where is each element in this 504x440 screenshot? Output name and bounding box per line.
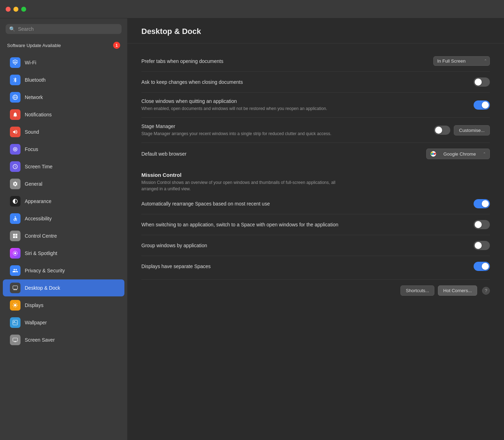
sidebar-item-desktopdock[interactable]: Desktop & Dock [3, 279, 124, 296]
browser-select[interactable]: Google Chrome⌃ [426, 149, 490, 159]
search-input[interactable] [18, 26, 118, 32]
sidebar-item-label-desktopdock: Desktop & Dock [25, 285, 60, 291]
sidebar-item-label-sound: Sound [25, 129, 39, 135]
close-button[interactable] [6, 7, 11, 12]
network-icon [10, 92, 20, 103]
siri-icon [10, 248, 20, 259]
sidebar-item-label-general: General [25, 181, 42, 187]
displays-icon [10, 300, 20, 311]
toggle-stage-manager[interactable] [434, 126, 450, 135]
setting-label-ask-keep-changes: Ask to keep changes when closing documen… [141, 79, 243, 85]
sidebar-item-screentime[interactable]: Screen Time [3, 158, 124, 175]
setting-label-stage-manager: Stage Manager [141, 123, 332, 129]
bluetooth-icon [10, 75, 20, 85]
setting-sublabel-stage-manager: Stage Manager arranges your recent windo… [141, 131, 332, 137]
mission-control-description: Mission Control shows an overview of you… [141, 179, 353, 192]
sidebar-item-siri[interactable]: Siri & Spotlight [3, 245, 124, 262]
sidebar-item-displays[interactable]: Displays [3, 297, 124, 314]
wallpaper-icon [10, 317, 20, 328]
privacy-icon [10, 265, 20, 276]
sidebar-item-label-accessibility: Accessibility [25, 216, 52, 221]
toggle-ask-keep-changes[interactable] [474, 77, 490, 87]
screensaver-icon [10, 335, 20, 345]
sidebar-item-label-network: Network [25, 94, 43, 100]
update-badge: 1 [113, 42, 120, 49]
mc-toggle-switch-space[interactable] [474, 220, 490, 229]
mc-setting-row-auto-rearrange: Automatically rearrange Spaces based on … [141, 193, 490, 214]
mc-toggle-auto-rearrange[interactable] [474, 199, 490, 208]
setting-row-prefer-tabs: Prefer tabs when opening documentsAlways… [141, 51, 490, 72]
svg-rect-10 [13, 286, 17, 289]
setting-label-default-browser: Default web browser [141, 151, 187, 157]
svg-point-14 [14, 304, 17, 307]
setting-label-close-windows: Close windows when quitting an applicati… [141, 98, 327, 104]
setting-row-close-windows: Close windows when quitting an applicati… [141, 93, 490, 118]
chrome-icon [430, 151, 436, 157]
search-bar[interactable]: 🔍 [6, 24, 122, 34]
sidebar-item-notifications[interactable]: Notifications [3, 106, 124, 123]
mc-setting-label-switch-space: When switching to an application, switch… [141, 222, 474, 227]
sidebar-item-label-displays: Displays [25, 302, 43, 308]
sidebar-item-general[interactable]: General [3, 175, 124, 192]
customise-button[interactable]: Customise... [454, 125, 490, 135]
content-area: Desktop & Dock Prefer tabs when opening … [127, 18, 504, 440]
title-bar [0, 0, 504, 18]
setting-row-default-browser: Default web browser Google Chrome⌃ [141, 143, 490, 165]
select-input-prefer-tabs[interactable]: AlwaysIn Full ScreenNever [433, 56, 490, 66]
sidebar-item-label-screensaver: Screen Saver [25, 337, 55, 343]
hot-corners-button[interactable]: Hot Corners... [438, 285, 477, 296]
sidebar-item-focus[interactable]: Focus [3, 141, 124, 158]
toggle-close-windows[interactable] [474, 100, 490, 110]
general-icon [10, 179, 20, 189]
minimize-button[interactable] [13, 7, 18, 12]
mission-control-heading: Mission Control [141, 172, 490, 178]
svg-rect-17 [13, 338, 17, 341]
help-button[interactable]: ? [482, 287, 490, 295]
sidebar-item-sound[interactable]: Sound [3, 123, 124, 140]
sidebar-item-label-screentime: Screen Time [25, 164, 53, 169]
main-layout: 🔍 Software Update Available 1 Wi-FiBluet… [0, 18, 504, 440]
mc-setting-label-group-windows: Group windows by application [141, 243, 474, 248]
sidebar-item-wifi[interactable]: Wi-Fi [3, 54, 124, 71]
sidebar-item-label-wifi: Wi-Fi [25, 60, 36, 65]
sidebar-item-bluetooth[interactable]: Bluetooth [3, 71, 124, 88]
sidebar-item-label-privacy: Privacy & Security [25, 268, 65, 273]
svg-point-9 [14, 252, 16, 254]
software-update-row[interactable]: Software Update Available 1 [0, 38, 127, 52]
sidebar-item-appearance[interactable]: Appearance [3, 193, 124, 210]
svg-point-20 [432, 153, 434, 155]
mc-setting-row-separate-spaces: Displays have separate Spaces [141, 256, 490, 277]
chevron-down-icon: ⌃ [483, 152, 486, 156]
search-icon: 🔍 [9, 26, 15, 32]
mc-setting-label-auto-rearrange: Automatically rearrange Spaces based on … [141, 201, 474, 207]
svg-rect-7 [16, 236, 17, 238]
wifi-icon [10, 57, 20, 68]
setting-label-prefer-tabs: Prefer tabs when opening documents [141, 58, 223, 64]
sidebar-item-screensaver[interactable]: Screen Saver [3, 331, 124, 348]
appearance-icon [10, 196, 20, 207]
settings-rows-container: Prefer tabs when opening documentsAlways… [141, 51, 490, 165]
sidebar-item-network[interactable]: Network [3, 89, 124, 106]
sidebar-item-wallpaper[interactable]: Wallpaper [3, 314, 124, 331]
sidebar-item-label-bluetooth: Bluetooth [25, 77, 46, 83]
content-header: Desktop & Dock [127, 18, 504, 44]
sidebar-item-label-focus: Focus [25, 146, 38, 152]
accessibility-icon [10, 213, 20, 224]
sidebar-item-accessibility[interactable]: Accessibility [3, 210, 124, 227]
sidebar-items-container: Wi-FiBluetoothNetworkNotificationsSoundF… [0, 54, 127, 349]
sidebar-item-label-siri: Siri & Spotlight [25, 250, 57, 256]
screentime-icon [10, 161, 20, 172]
setting-row-stage-manager: Stage ManagerStage Manager arranges your… [141, 118, 490, 143]
sidebar-item-label-controlcentre: Control Centre [25, 233, 57, 239]
shortcuts-button[interactable]: Shortcuts... [400, 285, 434, 296]
notifications-icon [10, 109, 20, 120]
sidebar-item-controlcentre[interactable]: Control Centre [3, 227, 124, 244]
select-prefer-tabs[interactable]: AlwaysIn Full ScreenNever⌃ [433, 56, 490, 66]
svg-rect-5 [16, 234, 17, 236]
bottom-buttons-row: Shortcuts... Hot Corners... ? [141, 279, 490, 299]
maximize-button[interactable] [21, 7, 26, 12]
focus-icon [10, 144, 20, 155]
mc-toggle-group-windows[interactable] [474, 241, 490, 250]
mc-toggle-separate-spaces[interactable] [474, 262, 490, 271]
sidebar-item-privacy[interactable]: Privacy & Security [3, 262, 124, 279]
